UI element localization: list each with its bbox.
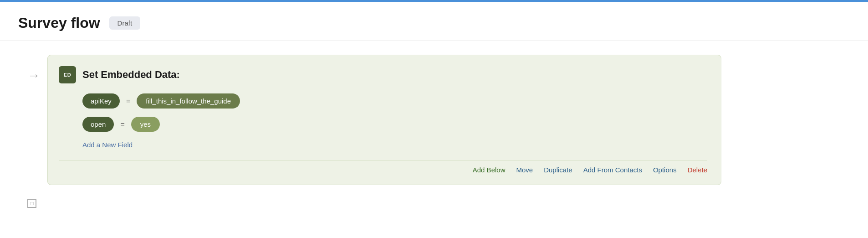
add-below-button[interactable]: Add Below [473, 164, 505, 176]
bottom-indicator: □ [27, 199, 36, 208]
equals-sign-2: = [120, 120, 124, 129]
add-from-contacts-button[interactable]: Add From Contacts [583, 164, 642, 176]
equals-sign-1: = [126, 97, 130, 105]
ed-icon: ED [59, 66, 76, 83]
duplicate-button[interactable]: Duplicate [544, 164, 572, 176]
block-title: Set Embedded Data: [82, 69, 180, 81]
field-value-open[interactable]: yes [131, 117, 160, 132]
field-key-open[interactable]: open [82, 117, 114, 132]
field-row-2: open = yes [82, 117, 707, 132]
field-value-apikey[interactable]: fill_this_in_follow_the_guide [137, 93, 240, 109]
block-actions: Add Below Move Duplicate Add From Contac… [59, 160, 707, 176]
field-key-apikey[interactable]: apiKey [82, 93, 120, 109]
arrow-icon: → [27, 68, 40, 83]
move-button[interactable]: Move [516, 164, 533, 176]
embedded-data-block: ED Set Embedded Data: apiKey = fill_this… [47, 55, 721, 185]
page-title: Survey flow [18, 15, 100, 31]
add-field-link-container: Add a New Field [59, 141, 707, 149]
fields-area: apiKey = fill_this_in_follow_the_guide o… [59, 93, 707, 132]
page-header: Survey flow Draft [0, 2, 868, 41]
block-header: ED Set Embedded Data: [59, 66, 707, 83]
status-badge: Draft [109, 16, 141, 30]
options-button[interactable]: Options [653, 164, 677, 176]
add-new-field-link[interactable]: Add a New Field [82, 141, 133, 149]
field-row: apiKey = fill_this_in_follow_the_guide [82, 93, 707, 109]
delete-button[interactable]: Delete [688, 164, 707, 176]
content-area: → ED Set Embedded Data: apiKey = fill_th… [0, 41, 868, 199]
